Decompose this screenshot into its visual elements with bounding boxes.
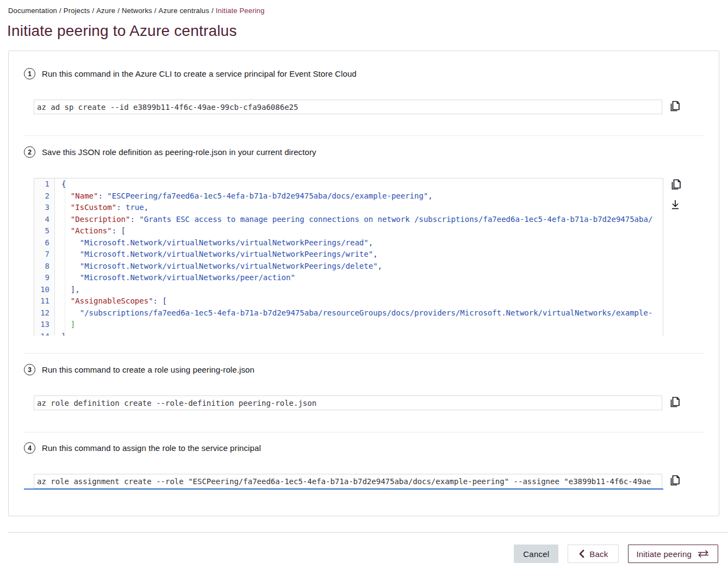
line-content: "Microsoft.Network/virtualNetworks/virtu… — [55, 249, 378, 261]
line-content: "IsCustom": true, — [55, 202, 148, 214]
line-content: "Microsoft.Network/virtualNetworks/virtu… — [55, 261, 382, 273]
breadcrumb-item-initiate-peering: Initiate Peering — [216, 7, 265, 15]
step-1-instruction: Run this command in the Azure CLI to cre… — [42, 68, 357, 79]
line-number: 10 — [34, 284, 55, 296]
breadcrumb-item-azure-centralus[interactable]: Azure centralus — [159, 7, 209, 15]
json-editor-line: 7 "Microsoft.Network/virtualNetworks/vir… — [34, 249, 663, 261]
step-1-copy-button[interactable] — [668, 100, 681, 113]
step-3-instruction: Run this command to create a role using … — [42, 364, 254, 375]
step-2-number-badge: 2 — [24, 146, 35, 158]
page: Documentation/Projects/Azure/Networks/Az… — [0, 0, 728, 563]
line-content: "Actions": [ — [55, 225, 126, 237]
step-1-header: 1 Run this command in the Azure CLI to c… — [9, 68, 719, 79]
line-content: "Microsoft.Network/virtualNetworks/peer/… — [55, 272, 295, 284]
step-3-command-input[interactable] — [34, 395, 662, 410]
json-copy-button[interactable] — [669, 178, 682, 191]
initiate-peering-button-label: Initiate peering — [636, 549, 692, 559]
line-content: "Microsoft.Network/virtualNetworks/virtu… — [55, 237, 373, 249]
json-editor-line: 2 "Name": "ESCPeering/fa7eed6a-1ec5-4efa… — [34, 190, 663, 202]
breadcrumb-item-documentation[interactable]: Documentation — [8, 7, 57, 15]
breadcrumb-separator: / — [154, 7, 157, 15]
line-number: 6 — [34, 237, 55, 249]
step-3-code-row — [34, 395, 719, 410]
chevron-left-icon — [578, 549, 584, 558]
line-content: ], — [55, 284, 80, 296]
json-editor-line: 13 ] — [34, 319, 663, 331]
json-editor-line: 6 "Microsoft.Network/virtualNetworks/vir… — [34, 237, 663, 249]
line-number: 3 — [34, 202, 55, 214]
breadcrumb-item-azure[interactable]: Azure — [96, 7, 115, 15]
line-content: "Description": "Grants ESC access to man… — [55, 214, 652, 226]
line-number: 7 — [34, 249, 55, 261]
breadcrumb-separator: / — [92, 7, 94, 15]
step-4-copy-button[interactable] — [668, 474, 681, 487]
breadcrumb-separator: / — [117, 7, 120, 15]
json-editor-actions — [669, 178, 682, 211]
step-4-command-input[interactable] — [34, 474, 662, 489]
json-editor-line: 12 "/subscriptions/fa7eed6a-1ec5-4efa-b7… — [34, 307, 663, 319]
json-editor-line: 9 "Microsoft.Network/virtualNetworks/pee… — [34, 272, 663, 284]
line-content: } — [55, 331, 66, 336]
json-editor-line: 5 "Actions": [ — [34, 225, 663, 237]
breadcrumb-item-networks[interactable]: Networks — [122, 7, 152, 15]
json-editor-line: 4 "Description": "Grants ESC access to m… — [34, 214, 663, 226]
line-number: 4 — [34, 214, 55, 226]
line-number: 14 — [34, 331, 55, 336]
copy-icon — [669, 178, 682, 191]
line-content: { — [55, 178, 66, 190]
line-number: 5 — [34, 225, 55, 237]
download-icon — [669, 199, 681, 211]
line-number: 2 — [34, 190, 55, 202]
json-editor[interactable]: 1{2 "Name": "ESCPeering/fa7eed6a-1ec5-4e… — [34, 178, 663, 336]
line-number: 11 — [34, 295, 55, 307]
step-1-code-row — [34, 100, 719, 114]
section-divider — [24, 353, 704, 354]
page-title: Initiate peering to Azure centralus — [7, 22, 728, 40]
line-content: "/subscriptions/fa7eed6a-1ec5-4efa-b71a-… — [55, 307, 652, 319]
line-number: 8 — [34, 261, 55, 273]
step-4-header: 4 Run this command to assign the role to… — [9, 442, 719, 454]
line-number: 13 — [34, 319, 55, 331]
json-editor-line: 11 "AssignableScopes": [ — [34, 295, 663, 307]
breadcrumb-separator: / — [211, 7, 214, 15]
line-number: 1 — [34, 178, 55, 190]
step-3-number-badge: 3 — [24, 364, 35, 375]
json-editor-line: 1{ — [34, 178, 663, 190]
footer-actions: Cancel Back Initiate peering — [0, 545, 728, 563]
json-editor-line: 10 ], — [34, 284, 663, 296]
copy-icon — [668, 395, 681, 409]
back-button-label: Back — [589, 549, 608, 559]
step-2-instruction: Save this JSON role definition as peerin… — [42, 146, 316, 158]
copy-icon — [668, 100, 681, 113]
step-3-copy-button[interactable] — [668, 395, 681, 409]
line-number: 12 — [34, 307, 55, 319]
step-1-number-badge: 1 — [24, 68, 35, 79]
line-content: "Name": "ESCPeering/fa7eed6a-1ec5-4efa-b… — [55, 190, 433, 202]
line-number: 9 — [34, 272, 55, 284]
back-button[interactable]: Back — [568, 545, 619, 563]
footer-divider — [8, 532, 728, 533]
step-4-scrollbar[interactable] — [24, 489, 663, 490]
step-3-header: 3 Run this command to create a role usin… — [9, 364, 719, 375]
line-content: ] — [55, 319, 75, 331]
cancel-button[interactable]: Cancel — [514, 545, 558, 563]
copy-icon — [668, 474, 681, 487]
breadcrumb-item-projects[interactable]: Projects — [64, 7, 90, 15]
step-2-header: 2 Save this JSON role definition as peer… — [9, 146, 719, 158]
json-editor-lines: 1{2 "Name": "ESCPeering/fa7eed6a-1ec5-4e… — [34, 178, 663, 336]
section-divider — [24, 135, 704, 136]
step-4-code-row — [34, 474, 719, 489]
json-editor-line: 8 "Microsoft.Network/virtualNetworks/vir… — [34, 261, 663, 273]
json-download-button[interactable] — [669, 198, 682, 211]
breadcrumb-separator: / — [59, 7, 61, 15]
json-editor-line: 14} — [34, 331, 663, 336]
initiate-peering-button[interactable]: Initiate peering — [628, 545, 718, 563]
line-content: "AssignableScopes": [ — [55, 295, 167, 307]
step-4-number-badge: 4 — [24, 442, 35, 454]
json-editor-line: 3 "IsCustom": true, — [34, 202, 663, 214]
step-1-command-input[interactable] — [34, 100, 662, 114]
transfer-arrows-icon — [696, 549, 710, 559]
breadcrumb: Documentation/Projects/Azure/Networks/Az… — [0, 0, 728, 15]
section-divider — [24, 432, 704, 432]
step-2-editor-row: 1{2 "Name": "ESCPeering/fa7eed6a-1ec5-4e… — [34, 178, 719, 336]
